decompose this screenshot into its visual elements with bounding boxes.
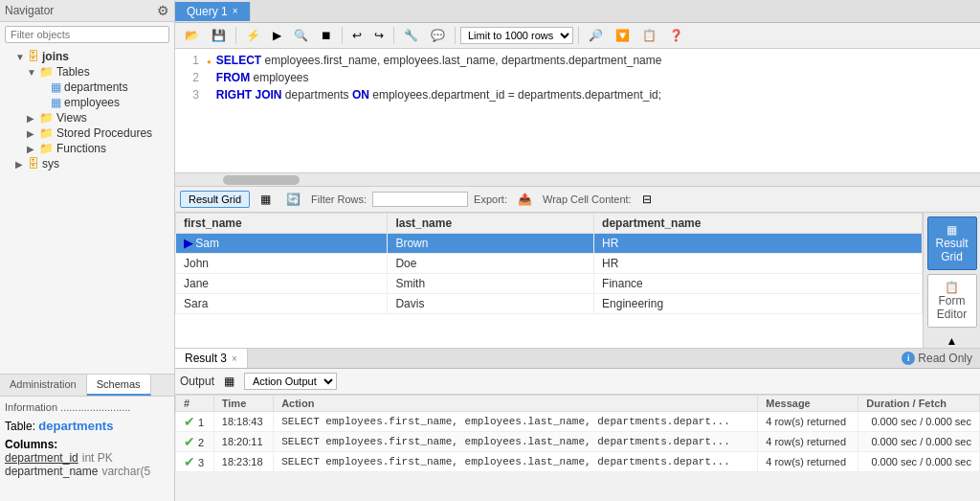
cell-firstname: John <box>176 254 388 274</box>
h-scrollbar[interactable] <box>175 173 980 187</box>
tree-item-employees[interactable]: ▦ employees <box>0 95 174 110</box>
cell-lastname: Smith <box>388 274 594 294</box>
tree-label: Views <box>56 111 87 125</box>
info-icon: i <box>902 352 915 365</box>
limit-select[interactable]: Limit to 1000 rows <box>460 27 573 44</box>
right-icons-panel: ▦ ResultGrid 📋 FormEditor ▲ ▼ <box>923 213 980 348</box>
tree-item-views[interactable]: ▶ 📁 Views <box>0 110 174 125</box>
filter-btn[interactable]: 🔽 <box>611 26 635 45</box>
tree-item-joins[interactable]: ▼ 🗄 joins <box>0 49 174 64</box>
result-section: Result Grid ▦ 🔄 Filter Rows: Export: 📤 W… <box>175 187 980 348</box>
cell-deptname: HR <box>594 254 923 274</box>
export-label: Export: <box>474 194 507 205</box>
table-row[interactable]: Jane Smith Finance <box>176 274 923 294</box>
result-grid-icon-label: ResultGrid <box>935 237 968 263</box>
result-grid-icon-btn[interactable]: ▦ ResultGrid <box>927 216 977 270</box>
save-btn[interactable]: 💾 <box>207 26 231 45</box>
action-table: # Time Action Message Duration / Fetch ✔… <box>175 395 980 472</box>
search-btn[interactable]: 🔎 <box>584 26 608 45</box>
refresh-btn[interactable]: 🔄 <box>281 190 305 209</box>
open-file-btn[interactable]: 📂 <box>180 26 204 45</box>
undo-btn[interactable]: ↩ <box>347 26 367 45</box>
cell-deptname: HR <box>594 234 923 254</box>
output-tab-label: Result 3 <box>185 352 227 365</box>
cell-message: 4 row(s) returned <box>758 432 858 452</box>
editor-line-2: 2 ● FROM employees <box>180 71 975 88</box>
stop-btn[interactable]: ⏹ <box>316 26 337 45</box>
line-number: 1 <box>180 54 199 67</box>
navigator-header: Navigator ⚙ <box>0 0 174 22</box>
scroll-up-icon-btn[interactable]: ▲ <box>927 331 977 348</box>
output-grid-btn[interactable]: ▦ <box>219 372 239 391</box>
result-grid-icon: ▦ <box>947 223 957 237</box>
cell-duration: 0.000 sec / 0.000 sec <box>858 452 980 472</box>
output-label: Output <box>180 375 214 388</box>
table-row[interactable]: ▶ Sam Brown HR <box>176 234 923 254</box>
output-tab-result3[interactable]: Result 3 × <box>175 349 248 368</box>
cell-status: ✔ 2 <box>176 432 214 452</box>
action-row-3[interactable]: ✔ 3 18:23:18 SELECT employees.first_name… <box>176 452 980 472</box>
tree-label: departments <box>64 80 128 94</box>
cell-firstname: Jane <box>176 274 388 294</box>
help-btn[interactable]: ❓ <box>664 26 688 45</box>
tree-item-sys[interactable]: ▶ 🗄 sys <box>0 156 174 171</box>
form-editor-icon: 📋 <box>945 281 959 294</box>
tree-item-departments[interactable]: ▦ departments <box>0 80 174 95</box>
cell-deptname: Finance <box>594 274 923 294</box>
snippet-btn[interactable]: 📋 <box>637 26 661 45</box>
execute-current-btn[interactable]: ▶ <box>268 26 286 45</box>
col-action: Action <box>274 396 758 412</box>
query-tab-bar: Query 1 × <box>175 0 980 23</box>
form-editor-label: FormEditor <box>937 294 967 321</box>
result-grid-tab-btn[interactable]: Result Grid <box>180 191 250 208</box>
col-header-lastname: last_name <box>388 214 594 234</box>
tree-item-functions[interactable]: ▶ 📁 Functions <box>0 141 174 156</box>
sql-editor[interactable]: 1 ● SELECT employees.first_name, employe… <box>175 49 980 173</box>
output-tab-close[interactable]: × <box>232 353 237 364</box>
redo-btn[interactable]: ↪ <box>369 26 389 45</box>
explain-btn[interactable]: 🔍 <box>289 26 313 45</box>
table-row[interactable]: John Doe HR <box>176 254 923 274</box>
cell-duration: 0.000 sec / 0.000 sec <box>858 432 980 452</box>
cell-status: ✔ 3 <box>176 452 214 472</box>
cell-deptname: Engineering <box>594 294 923 314</box>
tab-schemas[interactable]: Schemas <box>87 375 151 396</box>
column-row-1: department_idint PK <box>5 451 169 465</box>
col-header-deptname: department_name <box>594 214 923 234</box>
wrap-label: Wrap Cell Content: <box>543 194 632 205</box>
folder-icon: 📁 <box>39 111 54 125</box>
query-tab-close[interactable]: × <box>233 6 238 16</box>
format-btn[interactable]: 🔧 <box>399 26 423 45</box>
execute-btn[interactable]: ⚡ <box>241 26 265 45</box>
cell-action: SELECT employees.first_name, employees.l… <box>274 412 758 432</box>
read-only-badge: i Read Only <box>902 352 972 365</box>
comment-btn[interactable]: 💬 <box>426 26 450 45</box>
line-number: 3 <box>180 88 199 102</box>
search-box <box>0 22 174 47</box>
action-row-1[interactable]: ✔ 1 18:18:43 SELECT employees.first_name… <box>176 412 980 432</box>
query-tab-1[interactable]: Query 1 × <box>175 2 251 21</box>
output-table: # Time Action Message Duration / Fetch ✔… <box>175 395 980 501</box>
tab-administration[interactable]: Administration <box>0 375 87 396</box>
tree-item-stored-procedures[interactable]: ▶ 📁 Stored Procedures <box>0 125 174 141</box>
action-row-2[interactable]: ✔ 2 18:20:11 SELECT employees.first_name… <box>176 432 980 452</box>
export-btn[interactable]: 📤 <box>513 190 537 209</box>
filter-input[interactable] <box>372 192 468 207</box>
output-section: Result 3 × i Read Only Output ▦ Action O… <box>175 348 980 501</box>
code-line: RIGHT JOIN departments ON employees.depa… <box>216 88 661 102</box>
col-message: Message <box>758 396 858 412</box>
right-panel: Query 1 × 📂 💾 ⚡ ▶ 🔍 ⏹ ↩ ↪ 🔧 💬 Limit to 1… <box>175 0 980 501</box>
sep-5 <box>578 27 579 44</box>
tree-item-tables[interactable]: ▼ 📁 Tables <box>0 64 174 80</box>
tree-label: joins <box>42 50 69 63</box>
search-input[interactable] <box>5 26 169 43</box>
action-output-select[interactable]: Action Output <box>244 373 337 390</box>
left-panel: Navigator ⚙ ▼ 🗄 joins ▼ 📁 Tables ▦ depar… <box>0 0 175 501</box>
cell-action: SELECT employees.first_name, employees.l… <box>274 452 758 472</box>
form-editor-icon-btn[interactable]: 📋 FormEditor <box>927 274 977 328</box>
table-row[interactable]: Sara Davis Engineering <box>176 294 923 314</box>
cell-message: 4 row(s) returned <box>758 452 858 472</box>
wrap-btn[interactable]: ⊟ <box>637 190 657 209</box>
grid-view-btn[interactable]: ▦ <box>256 190 276 209</box>
cell-lastname: Doe <box>388 254 594 274</box>
